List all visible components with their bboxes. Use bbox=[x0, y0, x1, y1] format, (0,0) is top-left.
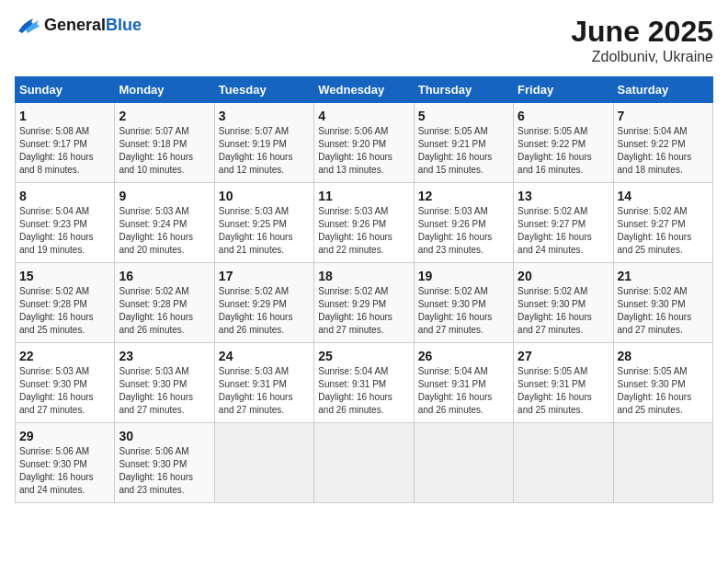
header-cell-friday: Friday bbox=[514, 77, 613, 103]
day-info: Sunrise: 5:02 AMSunset: 9:27 PMDaylight:… bbox=[618, 206, 692, 255]
day-cell: 1 Sunrise: 5:08 AMSunset: 9:17 PMDayligh… bbox=[16, 103, 115, 183]
logo-general: General bbox=[44, 16, 106, 34]
header-row: SundayMondayTuesdayWednesdayThursdayFrid… bbox=[16, 77, 713, 103]
day-number: 12 bbox=[418, 189, 509, 203]
day-number: 13 bbox=[518, 189, 609, 203]
day-number: 1 bbox=[19, 109, 110, 123]
day-number: 4 bbox=[318, 109, 409, 123]
day-info: Sunrise: 5:08 AMSunset: 9:17 PMDaylight:… bbox=[19, 126, 94, 175]
day-number: 8 bbox=[19, 189, 110, 203]
day-number: 20 bbox=[518, 269, 609, 283]
calendar-table: SundayMondayTuesdayWednesdayThursdayFrid… bbox=[15, 76, 713, 503]
day-number: 23 bbox=[119, 349, 210, 363]
day-info: Sunrise: 5:07 AMSunset: 9:19 PMDaylight:… bbox=[219, 126, 293, 175]
day-number: 21 bbox=[618, 269, 709, 283]
day-info: Sunrise: 5:03 AMSunset: 9:24 PMDaylight:… bbox=[119, 206, 193, 255]
day-info: Sunrise: 5:03 AMSunset: 9:26 PMDaylight:… bbox=[318, 206, 392, 255]
day-info: Sunrise: 5:03 AMSunset: 9:26 PMDaylight:… bbox=[418, 206, 493, 255]
day-number: 25 bbox=[318, 349, 409, 363]
week-row-5: 29 Sunrise: 5:06 AMSunset: 9:30 PMDaylig… bbox=[16, 423, 713, 503]
day-info: Sunrise: 5:06 AMSunset: 9:20 PMDaylight:… bbox=[318, 126, 392, 175]
logo-blue: Blue bbox=[106, 16, 142, 34]
day-number: 27 bbox=[518, 349, 609, 363]
calendar-subtitle: Zdolbuniv, Ukraine bbox=[571, 49, 713, 65]
day-cell: 3 Sunrise: 5:07 AMSunset: 9:19 PMDayligh… bbox=[214, 103, 313, 183]
day-number: 15 bbox=[19, 269, 110, 283]
day-info: Sunrise: 5:06 AMSunset: 9:30 PMDaylight:… bbox=[19, 446, 94, 495]
logo-icon bbox=[15, 15, 40, 35]
day-cell: 10 Sunrise: 5:03 AMSunset: 9:25 PMDaylig… bbox=[214, 183, 313, 263]
day-info: Sunrise: 5:04 AMSunset: 9:23 PMDaylight:… bbox=[19, 206, 94, 255]
day-info: Sunrise: 5:03 AMSunset: 9:30 PMDaylight:… bbox=[119, 366, 193, 415]
day-cell: 4 Sunrise: 5:06 AMSunset: 9:20 PMDayligh… bbox=[314, 103, 414, 183]
day-number: 19 bbox=[418, 269, 509, 283]
day-cell: 29 Sunrise: 5:06 AMSunset: 9:30 PMDaylig… bbox=[16, 423, 115, 503]
day-info: Sunrise: 5:04 AMSunset: 9:22 PMDaylight:… bbox=[618, 126, 692, 175]
calendar-header: SundayMondayTuesdayWednesdayThursdayFrid… bbox=[16, 77, 713, 103]
title-area: June 2025 Zdolbuniv, Ukraine bbox=[571, 15, 713, 65]
day-info: Sunrise: 5:02 AMSunset: 9:28 PMDaylight:… bbox=[119, 286, 193, 335]
day-info: Sunrise: 5:03 AMSunset: 9:30 PMDaylight:… bbox=[19, 366, 94, 415]
day-cell: 24 Sunrise: 5:03 AMSunset: 9:31 PMDaylig… bbox=[214, 343, 313, 423]
header-cell-wednesday: Wednesday bbox=[314, 77, 414, 103]
day-info: Sunrise: 5:02 AMSunset: 9:27 PMDaylight:… bbox=[518, 206, 592, 255]
day-number: 5 bbox=[418, 109, 509, 123]
day-info: Sunrise: 5:04 AMSunset: 9:31 PMDaylight:… bbox=[418, 366, 493, 415]
calendar-body: 1 Sunrise: 5:08 AMSunset: 9:17 PMDayligh… bbox=[16, 103, 713, 503]
day-info: Sunrise: 5:02 AMSunset: 9:30 PMDaylight:… bbox=[418, 286, 493, 335]
day-number: 30 bbox=[119, 429, 210, 443]
day-cell: 22 Sunrise: 5:03 AMSunset: 9:30 PMDaylig… bbox=[16, 343, 115, 423]
day-cell: 25 Sunrise: 5:04 AMSunset: 9:31 PMDaylig… bbox=[314, 343, 414, 423]
day-cell: 14 Sunrise: 5:02 AMSunset: 9:27 PMDaylig… bbox=[613, 183, 712, 263]
week-row-1: 1 Sunrise: 5:08 AMSunset: 9:17 PMDayligh… bbox=[16, 103, 713, 183]
day-number: 9 bbox=[119, 189, 210, 203]
day-info: Sunrise: 5:05 AMSunset: 9:21 PMDaylight:… bbox=[418, 126, 493, 175]
day-info: Sunrise: 5:03 AMSunset: 9:25 PMDaylight:… bbox=[219, 206, 293, 255]
day-cell: 26 Sunrise: 5:04 AMSunset: 9:31 PMDaylig… bbox=[414, 343, 513, 423]
day-cell: 28 Sunrise: 5:05 AMSunset: 9:30 PMDaylig… bbox=[613, 343, 712, 423]
day-cell: 15 Sunrise: 5:02 AMSunset: 9:28 PMDaylig… bbox=[16, 263, 115, 343]
day-info: Sunrise: 5:05 AMSunset: 9:22 PMDaylight:… bbox=[518, 126, 592, 175]
day-cell bbox=[414, 423, 513, 503]
day-number: 24 bbox=[219, 349, 310, 363]
day-cell: 17 Sunrise: 5:02 AMSunset: 9:29 PMDaylig… bbox=[214, 263, 313, 343]
day-info: Sunrise: 5:04 AMSunset: 9:31 PMDaylight:… bbox=[318, 366, 392, 415]
day-info: Sunrise: 5:02 AMSunset: 9:30 PMDaylight:… bbox=[618, 286, 692, 335]
day-number: 17 bbox=[219, 269, 310, 283]
day-info: Sunrise: 5:03 AMSunset: 9:31 PMDaylight:… bbox=[219, 366, 293, 415]
day-cell: 5 Sunrise: 5:05 AMSunset: 9:21 PMDayligh… bbox=[414, 103, 513, 183]
day-info: Sunrise: 5:02 AMSunset: 9:30 PMDaylight:… bbox=[518, 286, 592, 335]
logo: GeneralBlue bbox=[15, 15, 142, 35]
day-cell: 8 Sunrise: 5:04 AMSunset: 9:23 PMDayligh… bbox=[16, 183, 115, 263]
day-cell: 11 Sunrise: 5:03 AMSunset: 9:26 PMDaylig… bbox=[314, 183, 414, 263]
week-row-3: 15 Sunrise: 5:02 AMSunset: 9:28 PMDaylig… bbox=[16, 263, 713, 343]
header-cell-thursday: Thursday bbox=[414, 77, 513, 103]
day-info: Sunrise: 5:06 AMSunset: 9:30 PMDaylight:… bbox=[119, 446, 193, 495]
day-info: Sunrise: 5:02 AMSunset: 9:29 PMDaylight:… bbox=[318, 286, 392, 335]
day-number: 14 bbox=[618, 189, 709, 203]
week-row-4: 22 Sunrise: 5:03 AMSunset: 9:30 PMDaylig… bbox=[16, 343, 713, 423]
day-cell: 13 Sunrise: 5:02 AMSunset: 9:27 PMDaylig… bbox=[514, 183, 613, 263]
day-cell: 21 Sunrise: 5:02 AMSunset: 9:30 PMDaylig… bbox=[613, 263, 712, 343]
day-number: 11 bbox=[318, 189, 409, 203]
day-number: 22 bbox=[19, 349, 110, 363]
header-cell-sunday: Sunday bbox=[16, 77, 115, 103]
header-cell-tuesday: Tuesday bbox=[214, 77, 313, 103]
logo-text: GeneralBlue bbox=[44, 16, 142, 35]
day-cell bbox=[214, 423, 313, 503]
day-cell: 16 Sunrise: 5:02 AMSunset: 9:28 PMDaylig… bbox=[115, 263, 214, 343]
week-row-2: 8 Sunrise: 5:04 AMSunset: 9:23 PMDayligh… bbox=[16, 183, 713, 263]
day-cell: 19 Sunrise: 5:02 AMSunset: 9:30 PMDaylig… bbox=[414, 263, 513, 343]
day-number: 28 bbox=[618, 349, 709, 363]
day-cell: 7 Sunrise: 5:04 AMSunset: 9:22 PMDayligh… bbox=[613, 103, 712, 183]
day-number: 29 bbox=[19, 429, 110, 443]
day-info: Sunrise: 5:07 AMSunset: 9:18 PMDaylight:… bbox=[119, 126, 193, 175]
day-info: Sunrise: 5:05 AMSunset: 9:31 PMDaylight:… bbox=[518, 366, 592, 415]
day-cell: 30 Sunrise: 5:06 AMSunset: 9:30 PMDaylig… bbox=[115, 423, 214, 503]
calendar-title: June 2025 bbox=[571, 15, 713, 49]
day-number: 6 bbox=[518, 109, 609, 123]
header-cell-saturday: Saturday bbox=[613, 77, 712, 103]
day-cell: 23 Sunrise: 5:03 AMSunset: 9:30 PMDaylig… bbox=[115, 343, 214, 423]
day-cell: 12 Sunrise: 5:03 AMSunset: 9:26 PMDaylig… bbox=[414, 183, 513, 263]
day-cell bbox=[514, 423, 613, 503]
